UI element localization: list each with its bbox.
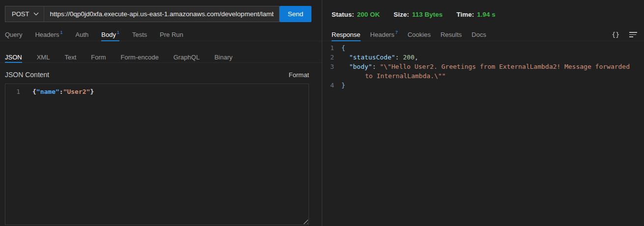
response-status-row: Status: 200 OK Size: 113 Bytes Time: 1.9… (332, 10, 636, 19)
code-line: 1{ (322, 43, 644, 53)
format-json-icon[interactable]: {} (612, 31, 619, 38)
wrap-lines-icon[interactable] (629, 32, 637, 37)
body-tab-binary[interactable]: Binary (214, 52, 232, 62)
code-line: 1{"name":"User2"} (5, 87, 308, 96)
code-line: 2 "statusCode": 200, (322, 53, 644, 62)
request-body-editor[interactable]: 1{"name":"User2"} (5, 84, 309, 225)
status-stat: Status: 200 OK (332, 11, 380, 18)
tab-response[interactable]: Response (332, 28, 361, 41)
url-input[interactable] (44, 6, 280, 22)
json-content-header: JSON Content Format (5, 70, 309, 80)
body-tab-json[interactable]: JSON (5, 52, 22, 62)
tab-pre-run[interactable]: Pre Run (160, 28, 183, 41)
headers-count-badge: 1 (60, 30, 63, 35)
size-stat: Size: 113 Bytes (393, 11, 443, 18)
tab-tests[interactable]: Tests (132, 28, 147, 41)
status-label: Status: (332, 11, 354, 18)
request-tabs: Query Headers1 Auth Body1 Tests Pre Run (0, 28, 322, 41)
method-select[interactable]: POST (5, 6, 44, 22)
send-button[interactable]: Send (280, 6, 311, 22)
time-stat: Time: 1.94 s (456, 11, 495, 18)
tabs-spacer (496, 28, 602, 41)
time-value: 1.94 s (477, 11, 496, 18)
method-label: POST (12, 10, 29, 18)
request-panel: POST Send Query Headers1 Auth Body1 Test… (0, 0, 322, 226)
body-tab-graphql[interactable]: GraphQL (173, 52, 199, 62)
code-line: to InternalLambda.\"" (322, 71, 644, 81)
tab-query[interactable]: Query (5, 28, 22, 41)
tab-headers[interactable]: Headers1 (35, 28, 62, 41)
response-tabs: Response Headers7 Cookies Results Docs {… (322, 28, 644, 41)
format-button[interactable]: Format (289, 71, 309, 79)
body-tab-xml[interactable]: XML (37, 52, 50, 62)
size-value: 113 Bytes (412, 11, 443, 18)
json-content-label: JSON Content (5, 71, 49, 79)
resize-grip[interactable] (303, 219, 308, 224)
code-line: 3 "body": "\"Hello User2. Greetings from… (322, 62, 644, 71)
tab-docs[interactable]: Docs (472, 28, 486, 41)
tab-auth[interactable]: Auth (76, 28, 89, 41)
response-toolbar-icons: {} (612, 28, 637, 41)
body-type-tabs: JSON XML Text Form Form-encode GraphQL B… (0, 52, 322, 63)
tab-body[interactable]: Body1 (101, 28, 119, 41)
code-line: 4} (322, 81, 644, 90)
status-value: 200 OK (357, 11, 380, 18)
tab-response-headers[interactable]: Headers7 (370, 28, 398, 41)
tab-cookies[interactable]: Cookies (408, 28, 431, 41)
body-tab-text[interactable]: Text (64, 52, 76, 62)
size-label: Size: (393, 11, 409, 18)
response-panel: Status: 200 OK Size: 113 Bytes Time: 1.9… (322, 0, 644, 226)
tab-results[interactable]: Results (441, 28, 462, 41)
response-body-viewer[interactable]: 1{2 "statusCode": 200,3 "body": "\"Hello… (322, 41, 644, 226)
body-tab-form-encode[interactable]: Form-encode (121, 52, 159, 62)
response-headers-count-badge: 7 (395, 30, 398, 35)
url-row: POST Send (5, 6, 311, 22)
body-tab-form[interactable]: Form (91, 52, 106, 62)
chevron-down-icon (33, 12, 39, 16)
time-label: Time: (456, 11, 474, 18)
body-count-badge: 1 (117, 30, 119, 35)
